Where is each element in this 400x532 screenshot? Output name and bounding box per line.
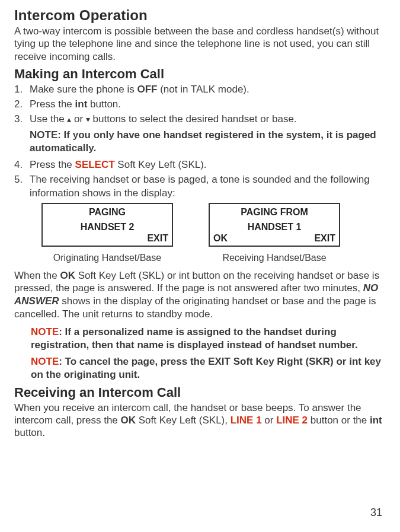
steps-list: 1. Make sure the phone is OFF (not in TA… (14, 83, 386, 200)
lcd-line-1: PAGING FROM (210, 207, 339, 218)
lcd-softkey-right: EXIT (147, 233, 168, 244)
text: buttons to select the desired handset or… (90, 113, 297, 125)
lcd-screen-receiving: PAGING FROM HANDSET 1 OK EXIT (209, 203, 340, 247)
heading-intercom-operation: Intercom Operation (14, 7, 386, 24)
lcd-line-2: HANDSET 2 (43, 222, 172, 232)
text: Make sure the phone is (30, 84, 137, 95)
step-4: 4. Press the SELECT Soft Key Left (SKL). (14, 158, 386, 172)
note-personalized-name: NOTE: If a personalized name is assigned… (31, 326, 386, 352)
page-number: 31 (370, 506, 382, 519)
step-number: 5. (14, 173, 30, 200)
select-key-label: SELECT (75, 159, 115, 170)
heading-making-call: Making an Intercom Call (14, 66, 386, 82)
display-receiving: PAGING FROM HANDSET 1 OK EXIT Receiving … (209, 203, 340, 263)
text: button or the (308, 415, 370, 426)
heading-receiving-call: Receiving an Intercom Call (14, 385, 386, 400)
display-examples: PAGING HANDSET 2 EXIT Originating Handse… (41, 203, 386, 263)
text: button. (87, 98, 121, 110)
step-content: The receiving handset or base is paged, … (30, 173, 386, 200)
caption-receiving: Receiving Handset/Base (209, 253, 340, 263)
text: Press the (30, 98, 75, 110)
note-label: NOTE (31, 326, 59, 337)
step-2: 2. Press the int button. (14, 98, 386, 112)
note-cancel-page: NOTE: To cancel the page, press the EXIT… (31, 355, 386, 381)
text: When the (14, 270, 60, 281)
int-label: int (370, 415, 382, 426)
down-arrow-icon (86, 113, 90, 125)
step-3: 3. Use the or buttons to select the desi… (14, 113, 386, 157)
off-label: OFF (137, 84, 157, 95)
paragraph-ok-key: When the OK Soft Key Left (SKL) or int b… (14, 269, 386, 321)
step-number: 2. (14, 98, 30, 112)
text: or (71, 113, 86, 125)
lcd-screen-originating: PAGING HANDSET 2 EXIT (41, 203, 173, 247)
line1-label: LINE 1 (231, 415, 262, 426)
ok-label: OK (60, 270, 76, 281)
step-number: 1. (14, 83, 30, 97)
text: button. (14, 427, 45, 438)
step-content: Press the int button. (30, 98, 386, 112)
line2-label: LINE 2 (276, 415, 308, 426)
step-number: 3. (14, 113, 30, 157)
step-number: 4. (14, 158, 30, 172)
step-content: Make sure the phone is OFF (not in TALK … (30, 83, 386, 97)
text: shows in the display of the originating … (14, 295, 376, 320)
text: or (262, 415, 277, 426)
note-text: : To cancel the page, press the EXIT Sof… (31, 356, 381, 380)
step-content: Use the or buttons to select the desired… (30, 113, 386, 157)
note-label: NOTE (31, 356, 59, 367)
lcd-line-2: HANDSET 1 (210, 222, 339, 232)
display-originating: PAGING HANDSET 2 EXIT Originating Handse… (41, 203, 173, 263)
note-text: : If a personalized name is assigned to … (31, 326, 358, 351)
int-label: int (75, 98, 88, 110)
paragraph-receiving: When you receive an intercom call, the h… (14, 402, 386, 439)
intro-paragraph: A two-way intercom is possible between t… (14, 25, 386, 63)
text: Press the (30, 159, 75, 170)
text: Soft Key Left (SKL), (136, 415, 231, 426)
caption-originating: Originating Handset/Base (41, 253, 173, 263)
ok-label: OK (121, 415, 136, 426)
step-content: Press the SELECT Soft Key Left (SKL). (30, 158, 386, 172)
text: Soft Key Left (SKL). (115, 159, 207, 170)
text: Use the (30, 113, 67, 125)
text: (not in TALK mode). (157, 84, 249, 95)
lcd-softkey-left: OK (213, 233, 228, 244)
lcd-line-1: PAGING (43, 207, 172, 218)
step-3-note: NOTE: If you only have one handset regis… (30, 129, 386, 155)
step-1: 1. Make sure the phone is OFF (not in TA… (14, 83, 386, 97)
lcd-softkey-right: EXIT (314, 233, 335, 244)
step-5: 5. The receiving handset or base is page… (14, 173, 386, 200)
